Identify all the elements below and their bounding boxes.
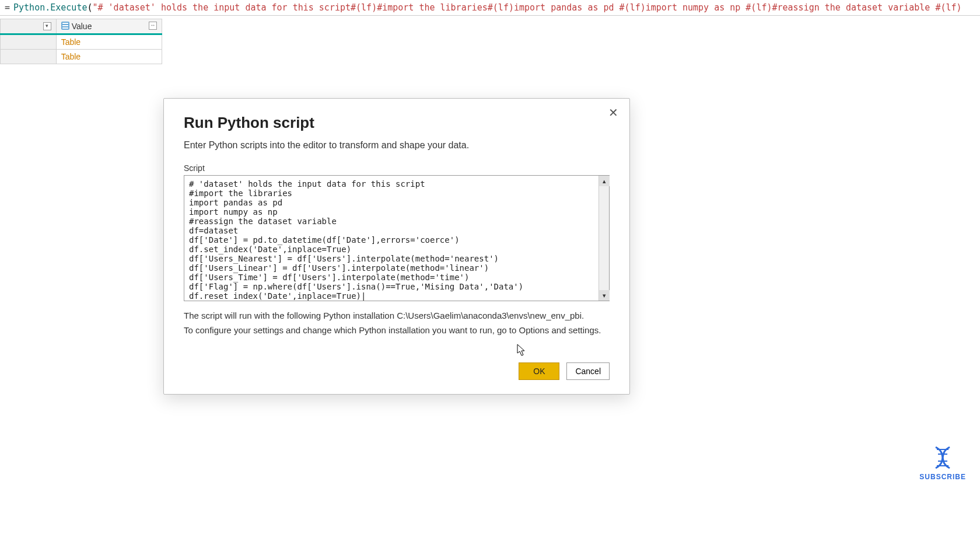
column-value-expand-icon[interactable]: ↔ [149, 22, 157, 30]
dialog-button-row: OK Cancel [184, 362, 610, 380]
cell-index [1, 34, 57, 50]
subscribe-label: SUBSCRIBE [919, 473, 966, 481]
table-type-icon [61, 22, 69, 30]
formula-function: Python.Execute [13, 2, 87, 13]
scrollbar[interactable]: ▴ ▾ [598, 176, 609, 301]
column-index-dropdown-icon[interactable]: ▾ [43, 22, 51, 30]
column-header-index[interactable]: ▾ [1, 19, 57, 34]
table-row[interactable]: Table [1, 50, 162, 64]
formula-open-paren: ( [87, 2, 92, 13]
column-header-value-label: Value [72, 22, 92, 31]
column-header-value[interactable]: Value ↔ [56, 19, 162, 34]
data-preview-table: ▾ Value ↔ Table Table [0, 19, 162, 64]
formula-bar[interactable]: =Python.Execute("# 'dataset' holds the i… [0, 0, 980, 16]
configure-hint-text: To configure your settings and change wh… [184, 324, 610, 337]
svg-rect-2 [62, 25, 68, 26]
cell-index [1, 50, 57, 64]
script-editor-wrapper: ▴ ▾ [184, 175, 610, 301]
table-row[interactable]: Table [1, 34, 162, 50]
mouse-cursor-icon [517, 344, 526, 357]
formula-equals: = [5, 2, 10, 13]
dialog-subtitle: Enter Python scripts into the editor to … [184, 140, 610, 151]
svg-rect-3 [62, 27, 68, 29]
dialog-title: Run Python script [184, 114, 610, 132]
python-install-path-text: The script will run with the following P… [184, 309, 610, 323]
cancel-button[interactable]: Cancel [566, 362, 610, 380]
scroll-down-icon[interactable]: ▾ [599, 290, 610, 301]
svg-rect-1 [62, 23, 68, 24]
close-icon[interactable]: ✕ [605, 104, 621, 121]
run-python-script-dialog: ✕ Run Python script Enter Python scripts… [163, 98, 630, 395]
ok-button[interactable]: OK [519, 362, 559, 380]
cell-value-link[interactable]: Table [56, 50, 162, 64]
script-label: Script [184, 163, 610, 173]
formula-argument: "# 'dataset' holds the input data for th… [93, 2, 962, 13]
dna-icon [930, 445, 956, 470]
script-textarea[interactable] [184, 176, 598, 301]
scroll-up-icon[interactable]: ▴ [599, 176, 610, 186]
subscribe-badge[interactable]: SUBSCRIBE [919, 445, 966, 481]
cell-value-link[interactable]: Table [56, 34, 162, 50]
